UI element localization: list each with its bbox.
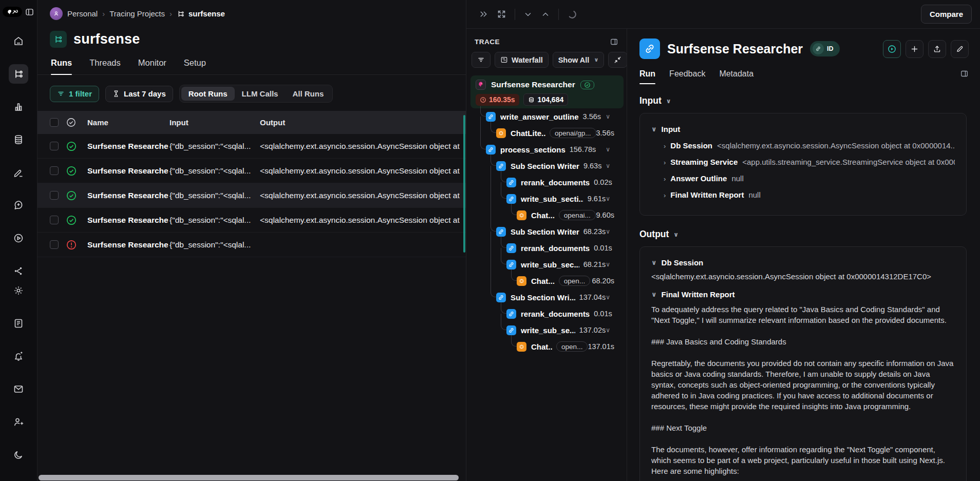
prev-run-chevron-icon[interactable] <box>519 10 537 19</box>
waterfall-button[interactable]: Waterfall <box>495 52 549 68</box>
tree-connector <box>480 106 486 117</box>
input-section-heading[interactable]: Input ∨ <box>639 95 967 106</box>
sidebar-item[interactable] <box>9 281 28 300</box>
model-badge: open... <box>556 341 588 352</box>
date-range-chip[interactable]: Last 7 days <box>105 86 173 102</box>
next-run-chevron-icon[interactable] <box>537 10 554 19</box>
row-checkbox[interactable] <box>50 142 59 150</box>
trace-node[interactable]: ChatLite... openai/gp... 3.56s <box>470 125 624 141</box>
row-checkbox[interactable] <box>50 240 59 249</box>
chevron-right-icon[interactable]: › <box>664 191 666 199</box>
sidebar-item[interactable] <box>9 228 28 248</box>
sidebar-item[interactable] <box>9 97 28 117</box>
chevron-down-icon[interactable]: ∨ <box>606 162 610 169</box>
org-avatar[interactable] <box>50 7 63 20</box>
select-all-checkbox[interactable] <box>50 118 59 127</box>
input-fields: › Db Session <sqlalchemy.ext.asyncio.ses… <box>651 141 955 199</box>
chevron-down-icon[interactable]: ∨ <box>606 261 610 268</box>
breadcrumb-section[interactable]: Tracing Projects <box>109 9 165 18</box>
segment-option[interactable]: All Runs <box>285 87 331 101</box>
trace-node[interactable]: Chat... open... 137.01s <box>470 338 624 355</box>
column-output[interactable]: Output <box>260 118 466 127</box>
chevron-down-icon[interactable]: ∨ <box>606 195 610 202</box>
main-tab[interactable]: Threads <box>89 58 121 74</box>
breadcrumb-page[interactable]: surfsense <box>177 9 225 18</box>
sidebar-item[interactable] <box>9 412 28 432</box>
table-horizontal-scrollbar[interactable] <box>39 475 459 480</box>
row-checkbox[interactable] <box>50 216 59 224</box>
run-title: Surfsense Researcher <box>667 42 803 56</box>
main-tab[interactable]: Monitor <box>138 58 166 74</box>
compare-button[interactable]: Compare <box>921 5 972 24</box>
row-checkbox[interactable] <box>50 166 59 175</box>
expand-fullscreen-icon[interactable] <box>493 9 511 19</box>
trace-node[interactable]: Sub Section Wri... 137.04s ∨ <box>470 289 624 305</box>
sidebar-item[interactable] <box>9 445 28 465</box>
sidebar-item[interactable] <box>9 314 28 333</box>
sidebar-item[interactable] <box>9 379 28 399</box>
column-input[interactable]: Input <box>169 118 259 127</box>
input-field-row[interactable]: › Answer Outline null <box>664 174 955 183</box>
trace-root-node[interactable]: Surfsense Researcher 160.35s 104,684 <box>470 75 624 108</box>
table-row[interactable]: Surfsense Researcher {"db_session":"<sql… <box>37 208 466 233</box>
table-row[interactable]: Surfsense Researcher {"db_session":"<sql… <box>37 159 466 183</box>
main-tab[interactable]: Runs <box>51 58 72 74</box>
show-all-dropdown[interactable]: Show All ∨ <box>553 52 605 68</box>
sidebar-item[interactable] <box>9 64 28 84</box>
trace-node[interactable]: rerank_documents 0.01s <box>470 305 624 322</box>
breadcrumb-org[interactable]: Personal <box>67 9 98 18</box>
run-id-badge[interactable]: ID <box>810 41 840 56</box>
collapse-tree-button[interactable] <box>608 52 627 68</box>
row-checkbox[interactable] <box>50 191 59 200</box>
table-row[interactable]: Surfsense Researcher {"db_session":"<sql… <box>37 134 466 159</box>
detail-tab[interactable]: Feedback <box>669 69 705 84</box>
chevron-down-icon: ∨ <box>673 231 679 238</box>
table-row[interactable]: Surfsense Researcher {"db_session":"<sql… <box>37 183 466 208</box>
node-name: write_sub_sec... <box>521 260 579 269</box>
filter-chip[interactable]: 1 filter <box>50 86 99 102</box>
chevron-right-icon[interactable]: › <box>664 142 666 150</box>
trace-panel-layout-icon[interactable] <box>610 37 618 46</box>
chevron-right-icon[interactable]: › <box>664 159 666 166</box>
table-row[interactable]: Surfsense Researcher {"db_session":"<sql… <box>37 233 466 257</box>
detail-panel-layout-icon[interactable] <box>960 69 969 78</box>
output-db-session-label[interactable]: ∨ Db Session <box>651 258 955 267</box>
chevron-down-icon[interactable]: ∨ <box>606 113 610 120</box>
node-duration: 156.78s <box>570 145 596 153</box>
open-in-playground-button[interactable] <box>883 40 901 58</box>
add-button[interactable] <box>906 40 924 58</box>
chevron-right-icon[interactable]: › <box>664 175 666 183</box>
detail-tab[interactable]: Run <box>639 69 655 84</box>
chevron-down-icon[interactable]: ∨ <box>606 294 610 301</box>
chevron-down-icon[interactable]: ∨ <box>606 228 610 235</box>
segment-option[interactable]: Root Runs <box>181 87 235 101</box>
collapse-panel-icon[interactable] <box>475 9 493 19</box>
output-section-heading[interactable]: Output ∨ <box>639 229 967 240</box>
input-group-label[interactable]: ∨ Input <box>651 125 955 133</box>
sidebar-collapse-icon[interactable] <box>25 7 34 17</box>
sidebar-item[interactable] <box>9 163 28 182</box>
input-field-row[interactable]: › Db Session <sqlalchemy.ext.asyncio.ses… <box>664 141 955 150</box>
langsmith-logo[interactable] <box>3 7 22 17</box>
field-label: Answer Outline <box>670 174 727 183</box>
input-field-row[interactable]: › Streaming Service <app.utils.streaming… <box>664 158 955 166</box>
input-field-row[interactable]: › Final Written Report null <box>664 190 955 199</box>
filter-icon <box>57 90 65 98</box>
sidebar-item[interactable] <box>9 130 28 149</box>
detail-tab[interactable]: Metadata <box>719 69 753 84</box>
tree-filter-button[interactable] <box>472 52 491 68</box>
chevron-down-icon[interactable]: ∨ <box>606 326 610 334</box>
sidebar-item[interactable] <box>9 261 28 281</box>
sidebar-item[interactable] <box>9 31 28 51</box>
chevron-down-icon[interactable]: ∨ <box>606 146 610 153</box>
trace-node[interactable]: write_sub_se... 137.02s ∨ <box>470 322 624 338</box>
output-report-label[interactable]: ∨ Final Written Report <box>651 290 955 299</box>
table-vertical-scrollbar[interactable] <box>463 115 465 253</box>
share-button[interactable] <box>928 40 946 58</box>
sidebar-item[interactable] <box>9 347 28 366</box>
edit-button[interactable] <box>951 40 969 58</box>
column-name[interactable]: Name <box>87 118 168 127</box>
main-tab[interactable]: Setup <box>184 58 206 74</box>
sidebar-item[interactable] <box>9 196 28 215</box>
segment-option[interactable]: LLM Calls <box>235 87 286 101</box>
